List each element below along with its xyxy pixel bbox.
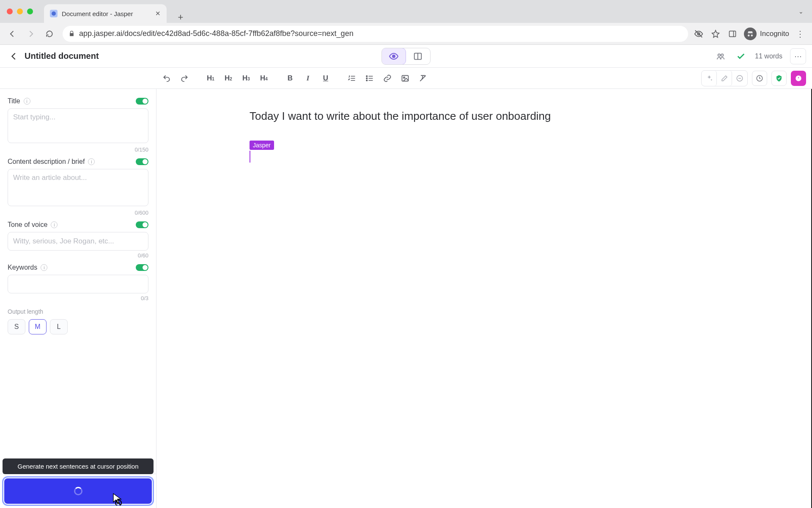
heading3-button[interactable]: H3: [239, 71, 254, 86]
window-close-button[interactable]: [7, 8, 13, 14]
keywords-counter: 0/3: [8, 295, 148, 301]
document-title[interactable]: Untitled document: [25, 51, 99, 61]
sidebar: Title i 0/150 Content description / brie…: [0, 89, 156, 508]
header-right-cluster: 11 words ⋯: [714, 48, 806, 64]
new-tab-button[interactable]: +: [174, 12, 187, 23]
editor-canvas[interactable]: Today I want to write about the importan…: [156, 89, 812, 508]
panel-icon[interactable]: [727, 28, 738, 39]
document-content[interactable]: Today I want to write about the importan…: [250, 108, 698, 163]
mouse-cursor-icon: [112, 493, 123, 505]
browser-tab-active[interactable]: Document editor - Jasper ✕: [44, 4, 167, 23]
sidebar-footer: Generate next sentences at cursor positi…: [0, 474, 156, 508]
svg-point-3: [392, 55, 395, 58]
tab-favicon: [50, 10, 58, 17]
italic-button[interactable]: I: [300, 71, 315, 86]
svg-rect-2: [730, 31, 736, 36]
plagiarism-check-button[interactable]: [771, 71, 787, 86]
view-mode-focus[interactable]: [381, 48, 406, 65]
lock-icon: [69, 30, 75, 37]
jasper-cursor-tag: Jasper: [250, 141, 274, 150]
output-length-s[interactable]: S: [8, 319, 25, 334]
keywords-input[interactable]: [8, 275, 148, 293]
url-input[interactable]: app.jasper.ai/docs/edit/ec42d8ad-5d6c-48…: [63, 26, 688, 42]
document-line[interactable]: Today I want to write about the importan…: [250, 108, 698, 124]
info-icon[interactable]: i: [24, 98, 30, 105]
tone-label: Tone of voice: [8, 221, 47, 229]
keywords-label: Keywords: [8, 264, 37, 271]
link-button[interactable]: [380, 71, 395, 86]
saved-check-icon: [735, 50, 747, 63]
browser-tabs: Document editor - Jasper ✕ +: [44, 0, 187, 23]
browser-menu-button[interactable]: ⋮: [795, 29, 805, 39]
tab-title: Document editor - Jasper: [62, 10, 151, 17]
browser-address-bar: app.jasper.ai/docs/edit/ec42d8ad-5d6c-48…: [0, 23, 812, 45]
svg-point-9: [366, 80, 368, 81]
main-area: Title i 0/150 Content description / brie…: [0, 89, 812, 508]
star-icon[interactable]: [710, 28, 721, 39]
title-field-block: Title i 0/150: [8, 97, 148, 153]
nav-forward-button[interactable]: [23, 26, 39, 42]
profile-incognito[interactable]: Incognito: [744, 28, 789, 40]
ai-delete-button[interactable]: [732, 71, 747, 86]
ai-edit-button[interactable]: [717, 71, 732, 86]
window-controls: [7, 8, 33, 14]
app-back-button[interactable]: [8, 50, 20, 63]
brief-input[interactable]: [8, 169, 148, 206]
nav-back-button[interactable]: [4, 26, 20, 42]
svg-point-5: [718, 54, 721, 56]
window-maximize-button[interactable]: [27, 8, 33, 14]
brief-label: Content description / brief: [8, 158, 85, 166]
svg-point-6: [721, 54, 724, 56]
tone-input[interactable]: [8, 232, 148, 251]
output-length-block: Output length S M L: [8, 308, 148, 334]
undo-button[interactable]: [159, 71, 174, 86]
bold-button[interactable]: B: [283, 71, 298, 86]
window-minimize-button[interactable]: [17, 8, 23, 14]
tab-close-icon[interactable]: ✕: [155, 10, 161, 17]
share-icon[interactable]: [714, 50, 727, 63]
app-more-button[interactable]: ⋯: [790, 48, 806, 64]
underline-button[interactable]: U: [318, 71, 333, 86]
brief-toggle[interactable]: [136, 158, 148, 165]
browser-right-controls: Incognito ⋮: [693, 28, 805, 40]
ai-action-group: [701, 70, 748, 86]
svg-point-0: [52, 11, 56, 16]
keywords-toggle[interactable]: [136, 264, 148, 271]
svg-point-7: [366, 75, 368, 77]
ordered-list-button[interactable]: [344, 71, 359, 86]
info-icon[interactable]: i: [41, 264, 47, 271]
info-icon[interactable]: i: [51, 221, 58, 228]
tone-toggle[interactable]: [136, 221, 148, 228]
view-mode-split[interactable]: [406, 48, 430, 64]
output-length-l[interactable]: L: [50, 319, 68, 334]
word-count: 11 words: [755, 52, 782, 60]
nav-reload-button[interactable]: [41, 26, 58, 42]
title-toggle[interactable]: [136, 98, 148, 105]
brand-voice-button[interactable]: [791, 71, 806, 86]
incognito-avatar-icon: [744, 28, 757, 40]
info-icon[interactable]: i: [88, 158, 95, 165]
heading1-button[interactable]: H1: [203, 71, 218, 86]
title-input[interactable]: [8, 108, 148, 143]
heading2-button[interactable]: H2: [221, 71, 236, 86]
eye-off-icon[interactable]: [693, 28, 704, 39]
compose-button[interactable]: [4, 478, 152, 504]
svg-point-15: [115, 500, 121, 505]
keywords-field-block: Keywords i 0/3: [8, 264, 148, 301]
browser-titlebar: Document editor - Jasper ✕ + ⌄: [0, 0, 812, 23]
history-button[interactable]: [752, 71, 767, 86]
text-caret: [250, 151, 250, 163]
output-length-m[interactable]: M: [29, 319, 47, 334]
heading4-button[interactable]: H4: [256, 71, 272, 86]
tabs-overflow-icon[interactable]: ⌄: [798, 8, 804, 15]
ai-sparkle-button[interactable]: [702, 71, 717, 86]
output-length-label: Output length: [8, 308, 148, 315]
image-button[interactable]: [398, 71, 413, 86]
svg-point-8: [366, 77, 368, 79]
redo-button[interactable]: [177, 71, 192, 86]
title-counter: 0/150: [8, 146, 148, 153]
clear-format-button[interactable]: [415, 71, 431, 86]
unordered-list-button[interactable]: [362, 71, 377, 86]
brief-field-block: Content description / brief i 0/600: [8, 158, 148, 216]
title-label: Title: [8, 97, 20, 105]
